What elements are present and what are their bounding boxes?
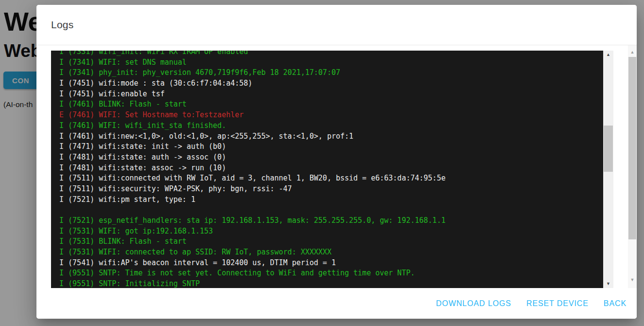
log-line: I (7461) BLINK: Flash - start — [59, 99, 603, 110]
log-line: I (7521) esp_netif_handlers: sta ip: 192… — [59, 216, 603, 226]
log-line: I (7531) BLINK: Flash - start — [59, 236, 603, 247]
scroll-down-icon[interactable]: ▼ — [603, 280, 613, 288]
log-line: I (9551) SNTP: Time is not set yet. Conn… — [59, 268, 603, 279]
logs-dialog: Logs I (7331) wifi_init: WiFi RX IRAM OP… — [36, 5, 637, 319]
log-line: I (7461) wifi:new:<1,0>, old:<1,0>, ap:<… — [59, 131, 603, 142]
log-line: I (7341) WIFI: set DNS manual — [59, 57, 603, 68]
log-line: I (7471) wifi:state: init -> auth (b0) — [59, 142, 603, 152]
screen: We Web CON (AI-on-th Logs I (7331) wifi_… — [0, 0, 644, 326]
log-line: I (7461) WIFI: wifi_init_sta finished. — [59, 121, 603, 131]
terminal-scrollbar[interactable]: ▲ ▼ — [603, 51, 613, 288]
footer-action-button[interactable]: DOWNLOAD LOGS — [436, 299, 511, 308]
footer-action-button[interactable]: RESET DEVICE — [526, 299, 589, 308]
log-line: I (7541) wifi:AP's beacon interval = 102… — [59, 258, 603, 269]
log-lines: I (7331) wifi_init: WiFi RX IRAM OP enab… — [59, 51, 603, 288]
dialog-header: Logs — [36, 5, 637, 45]
log-line: I (7451) wifi:mode : sta (30:c6:f7:04:a4… — [59, 78, 603, 89]
log-line: I (7481) wifi:state: assoc -> run (10) — [59, 163, 603, 174]
log-line: I (7331) wifi_init: WiFi RX IRAM OP enab… — [59, 51, 603, 57]
scroll-up-icon[interactable]: ▲ — [603, 51, 613, 59]
log-line: I (7531) WIFI: connected to ap SSID: RW … — [59, 247, 603, 258]
log-line: I (7521) wifi:pm start, type: 1 — [59, 195, 603, 205]
dialog-footer: DOWNLOAD LOGS RESET DEVICE BACK — [36, 288, 637, 319]
footer-action-button[interactable]: BACK — [604, 299, 627, 308]
log-line: I (7511) wifi:connected with RW IoT, aid… — [59, 173, 603, 184]
log-line: I (7481) wifi:state: auth -> assoc (0) — [59, 152, 603, 163]
log-line: I (9551) SNTP: Initializing SNTP — [59, 279, 603, 288]
log-line — [59, 205, 603, 216]
log-line: I (7341) phy_init: phy_version 4670,719f… — [59, 68, 603, 78]
dialog-title: Logs — [51, 19, 73, 31]
log-line: I (7531) WIFI: got ip:192.168.1.153 — [59, 226, 603, 237]
log-line: E (7461) WIFI: Set Hostname to:Testzaehl… — [59, 110, 603, 121]
scroll-up-icon[interactable]: ▲ — [628, 48, 637, 56]
scroll-down-icon[interactable]: ▼ — [628, 276, 637, 284]
terminal-scrollbar-thumb[interactable] — [604, 126, 613, 172]
log-terminal[interactable]: I (7331) wifi_init: WiFi RX IRAM OP enab… — [51, 51, 613, 288]
dialog-scrollbar[interactable]: ▲ ▼ — [628, 45, 637, 288]
dialog-body: I (7331) wifi_init: WiFi RX IRAM OP enab… — [36, 45, 637, 288]
log-line: I (7511) wifi:security: WPA2-PSK, phy: b… — [59, 184, 603, 195]
log-line: I (7451) wifi:enable tsf — [59, 89, 603, 100]
dialog-scrollbar-thumb[interactable] — [628, 57, 636, 239]
